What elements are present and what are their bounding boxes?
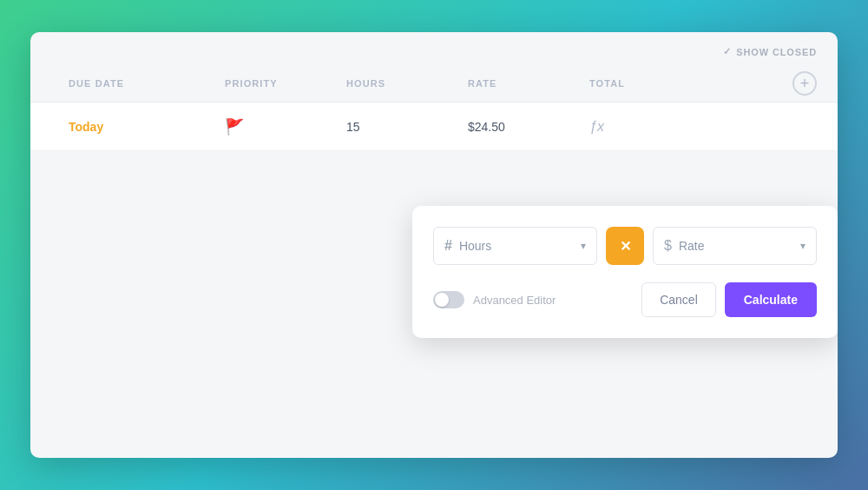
formula-icon[interactable]: ƒx: [589, 119, 604, 134]
popup-row-2: Advanced Editor Cancel Calculate: [433, 282, 817, 317]
cancel-button[interactable]: Cancel: [641, 282, 716, 317]
hash-icon: #: [444, 238, 452, 254]
cell-hours: 15: [346, 119, 468, 135]
check-icon: ✓: [723, 46, 732, 57]
calculation-popup: # Hours ▾ ✕ $ Rate ▾ Advanced Editor: [412, 206, 838, 338]
calculate-button[interactable]: Calculate: [725, 282, 817, 317]
remove-operator-button[interactable]: ✕: [606, 227, 644, 265]
col-header-total: TOTAL: [589, 78, 711, 89]
rate-dropdown-label: Rate: [679, 239, 793, 253]
advanced-editor-toggle[interactable]: [433, 291, 464, 308]
cell-rate: $24.50: [468, 119, 589, 135]
rate-dropdown[interactable]: $ Rate ▾: [653, 227, 817, 265]
popup-buttons: Cancel Calculate: [641, 282, 817, 317]
col-header-priority: PRIORITY: [225, 78, 346, 89]
hours-chevron-icon: ▾: [581, 240, 586, 252]
show-closed-text: SHOW CLOSED: [736, 47, 817, 57]
add-row-button[interactable]: +: [792, 71, 817, 96]
cell-due-date: Today: [69, 119, 225, 135]
col-header-rate: RATE: [468, 78, 589, 89]
flag-icon: 🚩: [225, 118, 244, 136]
show-closed-label[interactable]: ✓ SHOW CLOSED: [723, 46, 817, 57]
rate-value: $24.50: [468, 120, 505, 134]
advanced-editor-label: Advanced Editor: [473, 294, 556, 307]
cell-total: ƒx: [589, 119, 711, 135]
col-header-hours: HOURS: [346, 78, 468, 89]
hours-value: 15: [346, 120, 360, 134]
table-row: Today 🚩 15 $24.50 ƒx: [30, 103, 838, 151]
hours-dropdown[interactable]: # Hours ▾: [433, 227, 597, 265]
dollar-icon: $: [664, 238, 672, 254]
table-header: DUE DATE PRIORITY HOURS RATE TOTAL +: [30, 64, 838, 103]
toggle-thumb: [435, 293, 449, 307]
due-date-value: Today: [69, 120, 103, 134]
col-add: +: [792, 71, 817, 96]
advanced-editor-group: Advanced Editor: [433, 291, 556, 308]
main-card: ✓ SHOW CLOSED DUE DATE PRIORITY HOURS RA…: [30, 32, 838, 458]
hours-dropdown-label: Hours: [459, 239, 574, 253]
cell-priority: 🚩: [225, 117, 346, 136]
show-closed-bar: ✓ SHOW CLOSED: [30, 32, 838, 64]
col-header-due-date: DUE DATE: [69, 78, 225, 89]
popup-row-1: # Hours ▾ ✕ $ Rate ▾: [433, 227, 817, 265]
rate-chevron-icon: ▾: [800, 240, 806, 252]
